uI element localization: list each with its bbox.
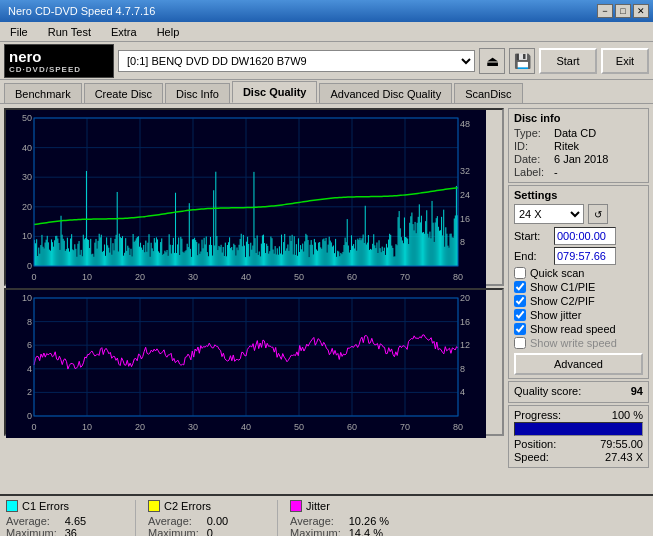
end-time-row: End:: [514, 247, 643, 265]
end-time-label: End:: [514, 250, 550, 262]
refresh-button[interactable]: ↺: [588, 204, 608, 224]
c2-average-label: Average:: [148, 515, 199, 527]
disc-label-value: -: [554, 166, 558, 178]
top-chart: [4, 108, 504, 286]
tab-benchmark[interactable]: Benchmark: [4, 83, 82, 103]
quality-score-row: Quality score: 94: [514, 385, 643, 397]
jitter-label: Jitter: [306, 500, 330, 512]
c2-errors-group: C2 Errors Average: Maximum: Total: 0.00 …: [148, 500, 278, 536]
c1-data-row: Average: Maximum: Total: 4.65 36 22278: [6, 515, 95, 536]
show-write-speed-label: Show write speed: [530, 337, 617, 349]
jitter-data-row: Average: Maximum: 10.26 % 14.4 %: [290, 515, 389, 536]
jitter-average-col: Average: Maximum:: [290, 515, 341, 536]
disc-type-label: Type:: [514, 127, 550, 139]
quick-scan-row: Quick scan: [514, 267, 643, 279]
quality-score-label: Quality score:: [514, 385, 581, 397]
quick-scan-label: Quick scan: [530, 267, 584, 279]
position-label: Position:: [514, 438, 556, 450]
position-row: Position: 79:55.00: [514, 438, 643, 450]
main-content: Disc info Type: Data CD ID: Ritek Date: …: [0, 104, 653, 494]
menu-file[interactable]: File: [4, 24, 34, 40]
tab-scandisc[interactable]: ScanDisc: [454, 83, 522, 103]
progress-bar-fill: [515, 423, 642, 435]
disc-id-value: Ritek: [554, 140, 579, 152]
show-c2-checkbox[interactable]: [514, 295, 526, 307]
jitter-values-col: 10.26 % 14.4 %: [349, 515, 389, 536]
show-write-speed-row: Show write speed: [514, 337, 643, 349]
progress-panel: Progress: 100 % Position: 79:55.00 Speed…: [508, 405, 649, 468]
c2-values-col: 0.00 0 0: [207, 515, 228, 536]
progress-row: Progress: 100 %: [514, 409, 643, 421]
show-c1-checkbox[interactable]: [514, 281, 526, 293]
c1-maximum-value: 36: [65, 527, 96, 536]
c1-color-box: [6, 500, 18, 512]
jitter-average-label: Average:: [290, 515, 341, 527]
jitter-average-value: 10.26 %: [349, 515, 389, 527]
speed-row: Speed: 27.43 X: [514, 451, 643, 463]
speed-select[interactable]: 24 X: [514, 204, 584, 224]
c1-label-row: C1 Errors: [6, 500, 69, 512]
jitter-maximum-label: Maximum:: [290, 527, 341, 536]
disc-date-value: 6 Jan 2018: [554, 153, 608, 165]
nero-logo: nero CD·DVD/SPEED: [4, 44, 114, 78]
close-button[interactable]: ✕: [633, 4, 649, 18]
c2-maximum-value: 0: [207, 527, 228, 536]
minimize-button[interactable]: −: [597, 4, 613, 18]
settings-title: Settings: [514, 189, 643, 201]
speed-label: Speed:: [514, 451, 549, 463]
disc-date-label: Date:: [514, 153, 550, 165]
show-c2-label: Show C2/PIF: [530, 295, 595, 307]
tab-create-disc[interactable]: Create Disc: [84, 83, 163, 103]
exit-button[interactable]: Exit: [601, 48, 649, 74]
show-read-speed-label: Show read speed: [530, 323, 616, 335]
chart-area: [0, 104, 508, 494]
show-jitter-row: Show jitter: [514, 309, 643, 321]
start-time-input[interactable]: [554, 227, 616, 245]
quick-scan-checkbox[interactable]: [514, 267, 526, 279]
disc-label-row: Label: -: [514, 166, 643, 178]
c2-color-box: [148, 500, 160, 512]
c2-average-value: 0.00: [207, 515, 228, 527]
show-read-speed-checkbox[interactable]: [514, 323, 526, 335]
menu-help[interactable]: Help: [151, 24, 186, 40]
menu-run-test[interactable]: Run Test: [42, 24, 97, 40]
show-write-speed-checkbox[interactable]: [514, 337, 526, 349]
c2-errors-label: C2 Errors: [164, 500, 211, 512]
disc-date-row: Date: 6 Jan 2018: [514, 153, 643, 165]
menu-extra[interactable]: Extra: [105, 24, 143, 40]
drive-selector[interactable]: [0:1] BENQ DVD DD DW1620 B7W9: [118, 50, 475, 72]
start-button[interactable]: Start: [539, 48, 597, 74]
advanced-button[interactable]: Advanced: [514, 353, 643, 375]
c2-data-row: Average: Maximum: Total: 0.00 0 0: [148, 515, 228, 536]
c1-values-col: 4.65 36 22278: [65, 515, 96, 536]
disc-info-panel: Disc info Type: Data CD ID: Ritek Date: …: [508, 108, 649, 183]
show-jitter-checkbox[interactable]: [514, 309, 526, 321]
position-value: 79:55.00: [600, 438, 643, 450]
disc-label-label: Label:: [514, 166, 550, 178]
show-c2-row: Show C2/PIF: [514, 295, 643, 307]
end-time-input[interactable]: [554, 247, 616, 265]
right-panel: Disc info Type: Data CD ID: Ritek Date: …: [508, 104, 653, 494]
save-button[interactable]: 💾: [509, 48, 535, 74]
c2-maximum-label: Maximum:: [148, 527, 199, 536]
eject-button[interactable]: ⏏: [479, 48, 505, 74]
toolbar: nero CD·DVD/SPEED [0:1] BENQ DVD DD DW16…: [0, 42, 653, 80]
start-time-label: Start:: [514, 230, 550, 242]
menu-bar: File Run Test Extra Help: [0, 22, 653, 42]
maximize-button[interactable]: □: [615, 4, 631, 18]
show-jitter-label: Show jitter: [530, 309, 581, 321]
speed-row: 24 X ↺: [514, 204, 643, 224]
settings-panel: Settings 24 X ↺ Start: End: Quick scan: [508, 185, 649, 379]
bottom-chart: [4, 288, 504, 436]
progress-bar: [514, 422, 643, 436]
disc-type-row: Type: Data CD: [514, 127, 643, 139]
progress-label: Progress:: [514, 409, 561, 421]
jitter-label-row: Jitter: [290, 500, 330, 512]
tab-disc-info[interactable]: Disc Info: [165, 83, 230, 103]
show-c1-label: Show C1/PIE: [530, 281, 595, 293]
title-bar: Nero CD-DVD Speed 4.7.7.16 − □ ✕: [0, 0, 653, 22]
tab-disc-quality[interactable]: Disc Quality: [232, 81, 318, 103]
start-time-row: Start:: [514, 227, 643, 245]
quality-score-value: 94: [631, 385, 643, 397]
tab-advanced-disc-quality[interactable]: Advanced Disc Quality: [319, 83, 452, 103]
